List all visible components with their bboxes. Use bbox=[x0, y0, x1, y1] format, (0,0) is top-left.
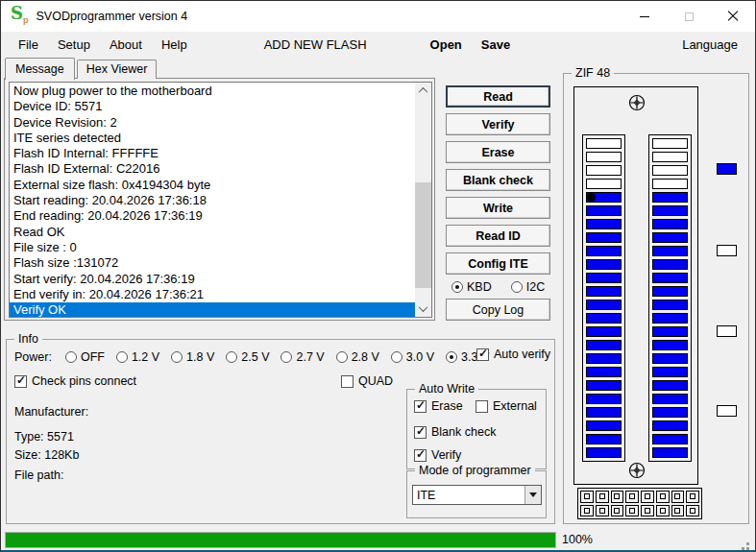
power-option-2-8-v[interactable]: 2.8 V bbox=[336, 350, 379, 364]
info-field-file-path: File path: bbox=[14, 468, 63, 482]
menu-item-save[interactable]: Save bbox=[472, 34, 520, 56]
zif-pin-slot bbox=[652, 394, 688, 404]
title-bar: Sp SVODprogrammer version 4 bbox=[1, 1, 755, 32]
quad-checkbox[interactable]: QUAD bbox=[341, 374, 393, 388]
verify-button[interactable]: Verify bbox=[446, 113, 550, 135]
log-line[interactable]: Start verify: 20.04.2026 17:36:19 bbox=[10, 272, 415, 287]
copy-log-button[interactable]: Copy Log bbox=[446, 299, 550, 321]
tab-hex-viewer[interactable]: Hex Viewer bbox=[77, 60, 158, 79]
menu-item-add-new-flash[interactable]: ADD NEW FLASH bbox=[255, 34, 377, 56]
close-icon bbox=[727, 11, 739, 22]
info-field-manufacturer: Manufacturer: bbox=[14, 405, 88, 419]
connector-pin bbox=[671, 491, 685, 503]
zif-pin-slot bbox=[652, 219, 688, 229]
dropdown-button[interactable] bbox=[524, 486, 541, 504]
zif-pin-slot bbox=[652, 246, 688, 256]
programmer-mode-dropdown[interactable]: ITE bbox=[412, 485, 542, 505]
log-line[interactable]: Flash ID Internal: FFFFFE bbox=[10, 146, 415, 161]
log-line[interactable]: Flash size :131072 bbox=[10, 255, 415, 271]
progress-bar bbox=[5, 532, 556, 548]
zif-pin-slot bbox=[586, 326, 622, 337]
status-bar: 100% bbox=[1, 528, 755, 551]
zif-pin-slot bbox=[652, 367, 688, 377]
log-line[interactable]: Device ID: 5571 bbox=[10, 99, 415, 114]
screw-icon bbox=[628, 94, 646, 111]
zif-pin-slot bbox=[652, 232, 688, 243]
action-buttons: ReadVerifyEraseBlank checkWriteRead IDCo… bbox=[446, 85, 551, 275]
write-button[interactable]: Write bbox=[446, 197, 550, 219]
checkbox-icon bbox=[414, 426, 427, 439]
log-line[interactable]: Flash ID External: C22016 bbox=[10, 161, 415, 177]
log-line[interactable]: Start reading: 20.04.2026 17:36:18 bbox=[10, 193, 415, 208]
connector-pin bbox=[671, 505, 685, 517]
log-scrollbar[interactable] bbox=[415, 83, 431, 317]
zif-pin-slot bbox=[586, 246, 622, 256]
blank-check-button[interactable]: Blank check bbox=[446, 169, 550, 191]
zif-pin-slot bbox=[652, 434, 688, 444]
zif-pin-slot bbox=[586, 165, 622, 176]
dropdown-value: ITE bbox=[417, 489, 435, 502]
zif-pin-slot bbox=[652, 152, 688, 162]
log-line[interactable]: Device Revision: 2 bbox=[10, 115, 415, 131]
menu-item-open[interactable]: Open bbox=[421, 34, 472, 56]
auto-write-erase-checkbox[interactable]: Erase bbox=[414, 399, 463, 413]
menu-item-file[interactable]: File bbox=[9, 34, 48, 56]
read-button[interactable]: Read bbox=[446, 85, 550, 108]
zif-indicator bbox=[717, 245, 737, 256]
bus-option-kbd[interactable]: KBD bbox=[451, 280, 492, 294]
zif-pin-slot bbox=[586, 273, 622, 283]
menu-item-setup[interactable]: Setup bbox=[48, 34, 100, 56]
auto-verify-checkbox[interactable]: Auto verify bbox=[476, 348, 550, 361]
menu-item-help[interactable]: Help bbox=[152, 34, 197, 56]
scroll-down-button[interactable] bbox=[415, 300, 431, 317]
read-id-button[interactable]: Read ID bbox=[446, 225, 550, 247]
maximize-button[interactable] bbox=[667, 1, 711, 32]
zif-pin-column-right bbox=[648, 134, 692, 462]
bus-option-i2c[interactable]: I2C bbox=[511, 280, 545, 294]
log-line[interactable]: ITE series detected bbox=[10, 131, 415, 146]
minimize-button[interactable] bbox=[622, 1, 667, 32]
config-ite-button[interactable]: Config ITE bbox=[446, 252, 550, 275]
checkbox-icon bbox=[476, 400, 488, 413]
message-log[interactable]: Now plug power to the motherboardDevice … bbox=[9, 82, 432, 318]
radio-icon bbox=[511, 281, 523, 293]
menu-item-about[interactable]: About bbox=[100, 34, 152, 56]
auto-write-blank-check-checkbox[interactable]: Blank check bbox=[414, 425, 496, 439]
pin1-marker-icon bbox=[587, 193, 596, 202]
zif-pin-slot bbox=[586, 340, 622, 350]
log-line[interactable]: External size flash: 0x4194304 byte bbox=[10, 178, 415, 193]
connector-pin bbox=[625, 491, 639, 503]
auto-write-verify-checkbox[interactable]: Verify bbox=[414, 448, 461, 462]
connector-pin bbox=[625, 505, 639, 517]
log-line[interactable]: End verify in: 20.04.2026 17:36:21 bbox=[10, 287, 415, 302]
window-controls bbox=[622, 1, 755, 32]
scrollbar-thumb[interactable] bbox=[415, 182, 431, 288]
zif-pin-slot bbox=[652, 179, 688, 189]
zif-pin-slot bbox=[652, 313, 688, 324]
log-line[interactable]: Now plug power to the motherboard bbox=[10, 84, 415, 99]
zif-pin-slot bbox=[652, 165, 688, 176]
connector-pin bbox=[580, 491, 594, 503]
connector-pin bbox=[686, 505, 699, 517]
close-button[interactable] bbox=[711, 1, 755, 32]
zif-connector-block bbox=[577, 488, 702, 519]
chevron-up-icon bbox=[419, 87, 428, 97]
zif-indicator bbox=[717, 325, 737, 337]
tab-message[interactable]: Message bbox=[5, 58, 75, 80]
zif-pin-slot bbox=[586, 434, 622, 444]
screw-icon bbox=[628, 462, 646, 479]
zif-group: ZIF 48 bbox=[563, 73, 749, 524]
log-line[interactable]: End reading: 20.04.2026 17:36:19 bbox=[10, 208, 415, 224]
resize-grip-icon[interactable] bbox=[746, 542, 749, 545]
log-line[interactable]: File size : 0 bbox=[10, 240, 415, 255]
erase-button[interactable]: Erase bbox=[446, 141, 550, 163]
power-option-3-0-v[interactable]: 3.0 V bbox=[391, 350, 434, 364]
scroll-up-button[interactable] bbox=[415, 83, 431, 99]
menu-item-language[interactable]: Language bbox=[672, 34, 747, 56]
auto-write-external-checkbox[interactable]: External bbox=[476, 399, 537, 413]
connector-pin bbox=[611, 491, 624, 503]
connector-pin bbox=[596, 491, 609, 503]
log-line[interactable]: Read OK bbox=[10, 225, 415, 240]
zif-pin-slot bbox=[586, 219, 622, 229]
log-line[interactable]: Verify OK bbox=[10, 302, 415, 318]
